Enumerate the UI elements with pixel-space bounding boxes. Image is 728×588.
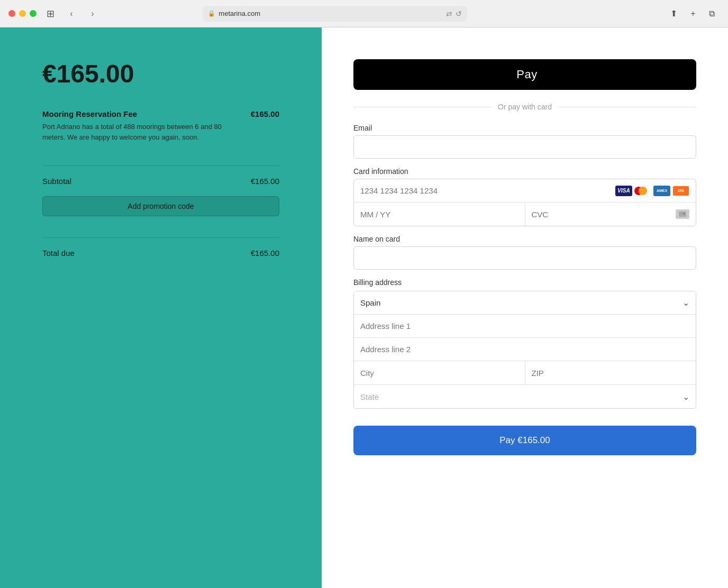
zip-input[interactable] — [525, 361, 696, 384]
state-chevron-down-icon: ⌄ — [683, 392, 689, 402]
card-label: Card information — [353, 167, 696, 176]
right-panel: Pay Or pay with card Email Card informat… — [322, 27, 728, 588]
city-zip-row — [354, 361, 696, 385]
forward-button[interactable]: › — [85, 6, 100, 21]
browser-chrome: ⊞ ‹ › 🔒 metarina.com ⇄ ↺ ⬆ + ⧉ — [0, 0, 728, 27]
discover-icon: DIS — [672, 186, 689, 196]
new-tab-button[interactable]: + — [686, 6, 700, 21]
promo-code-button[interactable]: Add promotion code — [42, 196, 279, 216]
card-icons: VISA AMEX DIS — [615, 186, 689, 196]
card-info-group: Card information VISA AMEX DIS — [353, 167, 696, 226]
order-item-desc: Port Adriano has a total of 488 moorings… — [42, 122, 222, 142]
lock-icon: 🔒 — [208, 10, 215, 17]
mastercard-icon — [634, 186, 651, 196]
or-text: Or pay with card — [498, 103, 552, 111]
card-fields: VISA AMEX DIS — [353, 179, 696, 226]
subtotal-row: Subtotal €165.00 — [42, 177, 279, 186]
translate-icon: ⇄ — [446, 10, 452, 18]
email-group: Email — [353, 124, 696, 159]
visa-icon: VISA — [615, 186, 632, 196]
main-content: €165.00 Mooring Reservation Fee €165.00 … — [0, 27, 728, 588]
card-number-row: VISA AMEX DIS — [354, 179, 696, 203]
sidebar-toggle-button[interactable]: ⊞ — [43, 6, 58, 21]
order-item-header: Mooring Reservation Fee €165.00 — [42, 109, 279, 118]
close-button[interactable] — [8, 10, 15, 17]
order-item-name: Mooring Reservation Fee — [42, 109, 137, 118]
address-line2-input[interactable] — [354, 338, 696, 361]
browser-actions: ⬆ + ⧉ — [667, 6, 720, 21]
billing-address-label: Billing address — [353, 278, 696, 287]
address-bar[interactable]: 🔒 metarina.com ⇄ ↺ — [203, 6, 467, 22]
billing-address-section: Billing address Spain ⌄ State — [353, 278, 696, 409]
pay-button[interactable]: Pay €165.00 — [353, 426, 696, 455]
cvc-input[interactable] — [532, 203, 676, 226]
name-on-card-input[interactable] — [353, 246, 696, 270]
expiry-input[interactable] — [354, 203, 525, 226]
email-label: Email — [353, 124, 696, 132]
apple-pay-label: Pay — [516, 68, 537, 81]
subtotal-label: Subtotal — [42, 177, 71, 186]
country-value: Spain — [360, 298, 683, 307]
total-label: Total due — [42, 249, 75, 258]
share-button[interactable]: ⬆ — [667, 6, 681, 21]
card-number-input[interactable] — [360, 186, 615, 195]
tabs-button[interactable]: ⧉ — [705, 6, 720, 21]
billing-fields: Spain ⌄ State ⌄ — [353, 291, 696, 409]
url-text: metarina.com — [219, 10, 260, 17]
name-on-card-label: Name on card — [353, 235, 696, 243]
country-select[interactable]: Spain ⌄ — [354, 291, 696, 315]
total-row: Total due €165.00 — [42, 249, 279, 258]
divider-or: Or pay with card — [353, 103, 696, 111]
subtotal-value: €165.00 — [251, 177, 279, 186]
cvc-row — [525, 203, 696, 226]
chevron-down-icon: ⌄ — [683, 298, 689, 308]
reload-icon[interactable]: ↺ — [456, 10, 462, 18]
left-panel: €165.00 Mooring Reservation Fee €165.00 … — [0, 27, 322, 588]
state-placeholder-text: State — [360, 392, 683, 401]
total-value: €165.00 — [251, 249, 279, 258]
divider-1 — [42, 166, 279, 166]
fullscreen-button[interactable] — [30, 10, 37, 17]
email-input[interactable] — [353, 135, 696, 159]
amex-icon: AMEX — [653, 186, 670, 196]
state-select[interactable]: State ⌄ — [354, 385, 696, 408]
city-input[interactable] — [354, 361, 525, 384]
order-item-price: €165.00 — [251, 109, 279, 118]
divider-2 — [42, 237, 279, 238]
name-on-card-group: Name on card — [353, 235, 696, 270]
address-line1-input[interactable] — [354, 315, 696, 338]
apple-pay-button[interactable]: Pay — [353, 59, 696, 90]
cvc-card-icon — [676, 209, 689, 219]
minimize-button[interactable] — [19, 10, 26, 17]
order-item: Mooring Reservation Fee €165.00 Port Adr… — [42, 109, 279, 142]
traffic-lights — [8, 10, 37, 17]
back-button[interactable]: ‹ — [64, 6, 79, 21]
price-total: €165.00 — [42, 59, 279, 88]
card-expiry-cvc-row — [354, 203, 696, 226]
